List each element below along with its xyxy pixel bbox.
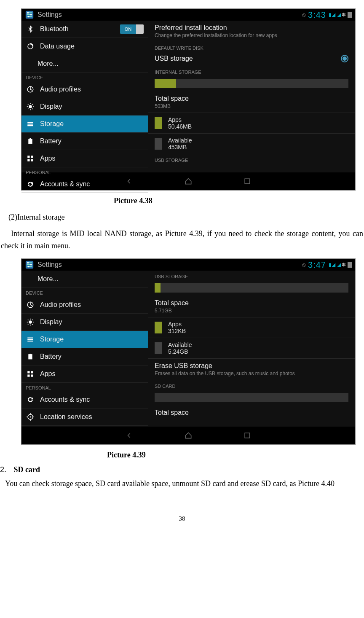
svg-rect-17 (27, 159, 29, 161)
svg-rect-32 (29, 355, 32, 359)
back-icon[interactable] (125, 177, 134, 185)
row-apps-usage[interactable]: Apps 312KB (148, 317, 355, 338)
row-title: Total space (155, 95, 348, 102)
sidebar-item-battery[interactable]: Battery (21, 348, 148, 365)
category-usb-storage: USB STORAGE (148, 271, 355, 280)
sidebar-item-accounts-sync[interactable]: Accounts & sync (21, 391, 148, 408)
svg-rect-35 (31, 371, 33, 373)
sidebar-item-location-services[interactable]: Location services (21, 408, 148, 426)
sidebar-item-more[interactable]: More... (21, 55, 148, 73)
sidebar-item-storage[interactable]: Storage (21, 116, 148, 133)
svg-rect-41 (245, 433, 250, 438)
sidebar-category-personal: PERSONAL (21, 167, 148, 176)
content-panel: USB STORAGE Total space 5.71GB Apps 312K… (148, 271, 355, 427)
row-value: 503MB (155, 103, 348, 109)
svg-point-5 (30, 14, 32, 16)
row-sd-total-space[interactable]: Total space (148, 406, 355, 420)
recent-icon[interactable] (243, 177, 252, 185)
sidebar-item-label: Audio profiles (40, 301, 81, 309)
row-available[interactable]: Available 5.24GB (148, 338, 355, 359)
sidebar-item-storage[interactable]: Storage (21, 331, 148, 348)
display-icon (26, 317, 35, 327)
sidebar-item-audio-profiles[interactable]: Audio profiles (21, 296, 148, 314)
row-subtitle: Erases all data on the USB storage, such… (155, 371, 348, 376)
sidebar-item-battery[interactable]: Battery (21, 133, 148, 150)
row-value: 312KB (168, 328, 186, 334)
swatch-apps-icon (155, 117, 162, 129)
usb-icon: ⎋ (302, 11, 305, 18)
svg-rect-30 (27, 339, 33, 340)
radio-selected-icon (341, 55, 348, 62)
sidebar-item-apps[interactable]: Apps (21, 150, 148, 167)
app-title: Settings (37, 11, 62, 19)
bluetooth-toggle[interactable]: ON (120, 24, 144, 34)
apps-icon (26, 154, 35, 163)
settings-app-icon (25, 260, 34, 269)
battery-icon (348, 12, 352, 18)
usb-icon: ⎋ (302, 261, 305, 268)
back-icon[interactable] (125, 431, 134, 440)
sidebar-item-security[interactable]: Security (21, 426, 148, 427)
row-value: 5.24GB (168, 348, 192, 355)
sidebar-item-label: Data usage (40, 43, 75, 50)
sidebar-item-label: Storage (40, 336, 64, 343)
home-icon[interactable] (184, 177, 193, 185)
sidebar-category-device: DEVICE (21, 288, 148, 296)
sidebar-item-audio-profiles[interactable]: Audio profiles (21, 81, 148, 98)
svg-point-24 (27, 262, 29, 264)
sidebar-item-apps[interactable]: Apps (21, 365, 148, 383)
row-usb-storage-radio[interactable]: USB storage (148, 51, 355, 66)
sidebar-item-label: Battery (40, 137, 62, 145)
data-usage-icon (26, 42, 35, 51)
bluetooth-icon (26, 24, 35, 34)
row-total-space[interactable]: Total space 5.71GB (148, 296, 355, 317)
svg-rect-29 (27, 338, 33, 339)
row-value: 453MB (168, 144, 192, 150)
sidebar-item-data-usage[interactable]: Data usage (21, 38, 148, 55)
row-title: Total space (155, 409, 348, 416)
row-preferred-install[interactable]: Preferred install location Change the pr… (148, 21, 355, 42)
sidebar: Bluetooth ON Data usage More... DEVICE (21, 21, 148, 172)
row-erase-usb-storage[interactable]: Erase USB storage Erases all data on the… (148, 359, 355, 380)
sidebar-item-label: Audio profiles (40, 86, 81, 93)
status-bar: Settings ⎋ 3:43 ▮◢ ◢ ✽ (21, 9, 355, 21)
svg-point-25 (30, 264, 32, 266)
svg-rect-31 (27, 341, 33, 341)
content-panel: Preferred install location Change the pr… (148, 21, 355, 172)
recent-icon[interactable] (243, 431, 252, 440)
list-item-sd-card: 2. SD card (0, 465, 364, 474)
sidebar-category-personal: PERSONAL (21, 383, 148, 391)
sidebar-item-more[interactable]: More... (21, 271, 148, 288)
row-value: 5.71GB (155, 308, 348, 314)
storage-icon (26, 119, 35, 129)
sidebar-item-display[interactable]: Display (21, 314, 148, 331)
status-bar: Settings ⎋ 3:47 ▮◢ ◢ ✽ (21, 259, 355, 271)
svg-rect-37 (31, 375, 33, 377)
signal-icon: ▮◢ (329, 12, 335, 18)
row-title: Apps (168, 116, 192, 123)
battery-icon (348, 262, 352, 268)
sidebar-item-label: Accounts & sync (40, 180, 90, 188)
sidebar-item-bluetooth[interactable]: Bluetooth ON (21, 21, 148, 38)
sidebar-item-label: Battery (40, 353, 62, 360)
screenshot-4-38: Settings ⎋ 3:43 ▮◢ ◢ ✽ Bluetooth ON (21, 8, 356, 191)
caption-picture-439: Picture 4.39 (107, 451, 364, 459)
row-title: Apps (168, 321, 186, 328)
row-total-space[interactable]: Total space 503MB (148, 91, 355, 113)
row-title: Erase USB storage (155, 362, 348, 370)
home-icon[interactable] (184, 431, 193, 440)
sidebar-item-label: Apps (40, 155, 55, 162)
svg-rect-14 (29, 138, 31, 139)
row-available[interactable]: Available 453MB (148, 134, 355, 154)
settings-app-icon (25, 10, 34, 19)
screenshot-4-39: Settings ⎋ 3:47 ▮◢ ◢ ✽ More... DEVICE Au… (21, 258, 356, 445)
audio-icon (26, 300, 35, 309)
category-default-write-disk: DEFAULT WRITE DISK (148, 42, 355, 51)
apps-icon (26, 369, 35, 379)
row-apps-usage[interactable]: Apps 50.46MB (148, 113, 355, 134)
page-number: 38 (0, 515, 364, 522)
row-title: Available (168, 137, 192, 144)
sidebar-item-display[interactable]: Display (21, 98, 148, 116)
android-nav-bar (21, 427, 355, 444)
location-icon (26, 412, 35, 422)
